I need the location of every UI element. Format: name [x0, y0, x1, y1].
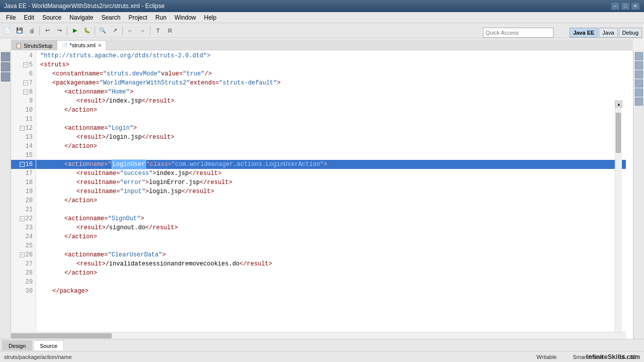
toolbar-sep-3 — [95, 26, 95, 35]
minimize-button[interactable]: ─ — [611, 2, 620, 10]
code-line-30: </package> — [36, 287, 626, 296]
code-content[interactable]: "http://struts.apache.org/dtds/struts-2.… — [36, 50, 626, 339]
scroll-up-button[interactable]: ▲ — [615, 101, 622, 108]
code-line-12: <action name="Login" > — [36, 124, 626, 133]
code-line-15 — [36, 151, 626, 160]
right-icon-4[interactable] — [635, 79, 643, 87]
ref-button[interactable]: ↗ — [109, 25, 120, 36]
menu-run[interactable]: Run — [151, 13, 171, 22]
line-16: −16 — [11, 160, 36, 169]
print-button[interactable]: 🖨 — [26, 25, 37, 36]
next-button[interactable]: → — [137, 25, 148, 36]
sidebar-icon-1[interactable] — [1, 52, 10, 61]
run-button[interactable]: ▶ — [69, 25, 80, 36]
tab-design[interactable]: Design — [2, 340, 32, 350]
window-controls: ─ □ ✕ — [611, 2, 640, 10]
prev-button[interactable]: ← — [125, 25, 136, 36]
tab-design-label: Design — [9, 343, 26, 349]
menu-window[interactable]: Window — [171, 13, 200, 22]
quick-access-input[interactable] — [483, 28, 553, 38]
java-perspective[interactable]: Java — [599, 28, 617, 38]
tab-strutssetup[interactable]: 📋 StrutsSetup — [11, 40, 57, 50]
code-line-28: </action> — [36, 268, 626, 278]
line-28: 28 — [11, 268, 36, 278]
code-line-6: <constant name="struts.devMode" value="t… — [36, 69, 626, 78]
code-line-27: <result> /invalidatesessionandremovecook… — [36, 259, 626, 268]
skills-logo: InfiniteSkills.com — [586, 353, 640, 360]
line-numbers: 4 −5 6 −7 −8 9 10 11 −12 13 14 15 −16 17… — [11, 50, 36, 339]
right-icon-3[interactable] — [635, 70, 643, 78]
title-bar: Java EE - WorldManagerWithStruts2/src/st… — [0, 0, 644, 12]
scroll-thumb[interactable] — [616, 113, 621, 153]
undo-button[interactable]: ↩ — [42, 25, 53, 36]
close-button[interactable]: ✕ — [631, 2, 640, 10]
debug-button[interactable]: 🐛 — [82, 25, 93, 36]
fold-16[interactable]: − — [20, 162, 25, 167]
code-line-22: <action name="SignOut" > — [36, 214, 626, 223]
tab-close-icon[interactable]: ✕ — [98, 43, 102, 48]
right-icon-6[interactable] — [635, 98, 643, 106]
line-19: 19 — [11, 187, 36, 196]
code-line-19: <result name="input" > login.jsp </resul… — [36, 187, 626, 196]
line-26: −26 — [11, 250, 36, 259]
code-line-25 — [36, 241, 626, 250]
fold-26[interactable]: − — [20, 252, 25, 257]
menu-navigate[interactable]: Navigate — [65, 13, 97, 22]
fold-12[interactable]: − — [20, 126, 25, 131]
fold-7[interactable]: − — [23, 80, 28, 85]
menu-edit[interactable]: Edit — [20, 13, 38, 22]
code-line-13: <result> /login.jsp </result> — [36, 133, 626, 142]
code-line-11 — [36, 115, 626, 124]
horiz-scroll-thumb[interactable] — [11, 333, 112, 338]
code-line-18: <result name="error" > loginError.jsp </… — [36, 178, 626, 187]
line-17: 17 — [11, 169, 36, 178]
java-ee-perspective[interactable]: Java EE — [570, 28, 598, 38]
menu-source[interactable]: Source — [38, 13, 65, 22]
right-icon-2[interactable] — [635, 61, 643, 69]
sidebar-icon-3[interactable] — [1, 72, 10, 81]
code-line-17: <result name="success" > index.jsp </res… — [36, 169, 626, 178]
line-29: 29 — [11, 278, 36, 287]
line-25: 25 — [11, 241, 36, 250]
tab-strutssetup-icon: 📋 — [16, 43, 22, 48]
menu-search[interactable]: Search — [97, 13, 124, 22]
search-button[interactable]: 🔍 — [97, 25, 108, 36]
line-10: 10 — [11, 106, 36, 115]
new-button[interactable]: 📄 — [2, 25, 13, 36]
redo-button[interactable]: ↪ — [54, 25, 65, 36]
open-res-button[interactable]: R — [165, 25, 176, 36]
menu-file[interactable]: File — [2, 13, 20, 22]
status-path: struts/package/action/name — [4, 354, 524, 360]
menu-project[interactable]: Project — [124, 13, 151, 22]
line-6: 6 — [11, 69, 36, 78]
line-12: −12 — [11, 124, 36, 133]
menu-help[interactable]: Help — [200, 13, 221, 22]
line-23: 23 — [11, 223, 36, 232]
right-icon-5[interactable] — [635, 88, 643, 97]
tab-strutsxml-icon: 📄 — [61, 43, 67, 48]
sidebar-icon-2[interactable] — [1, 62, 10, 71]
save-button[interactable]: 💾 — [14, 25, 25, 36]
maximize-button[interactable]: □ — [621, 2, 630, 10]
right-icon-1[interactable] — [635, 52, 643, 60]
tab-strutsxml[interactable]: 📄 *struts.xml ✕ — [57, 40, 106, 50]
horizontal-scrollbar[interactable] — [11, 332, 626, 339]
line-27: 27 — [11, 259, 36, 268]
fold-5[interactable]: − — [23, 62, 28, 67]
code-line-20: </action> — [36, 196, 626, 205]
line-15: 15 — [11, 151, 36, 160]
line-30: 30 — [11, 287, 36, 296]
fold-22[interactable]: − — [20, 216, 25, 221]
code-line-7: <package name="WorldManagerWithStruts2" … — [36, 78, 626, 87]
scroll-track[interactable] — [615, 108, 622, 339]
fold-8[interactable]: − — [23, 89, 28, 95]
open-type-button[interactable]: T — [152, 25, 164, 36]
line-13: 13 — [11, 133, 36, 142]
debug-perspective[interactable]: Debug — [619, 28, 642, 38]
line-18: 18 — [11, 178, 36, 187]
toolbar: 📄 💾 🖨 ↩ ↪ ▶ 🐛 🔍 ↗ ← → T R Java EE Java D… — [0, 23, 644, 38]
vertical-scrollbar[interactable]: ▲ ▼ — [615, 101, 622, 339]
tab-source[interactable]: Source — [33, 340, 64, 350]
right-sidebar — [633, 50, 644, 339]
toolbar-sep-2 — [67, 26, 67, 35]
